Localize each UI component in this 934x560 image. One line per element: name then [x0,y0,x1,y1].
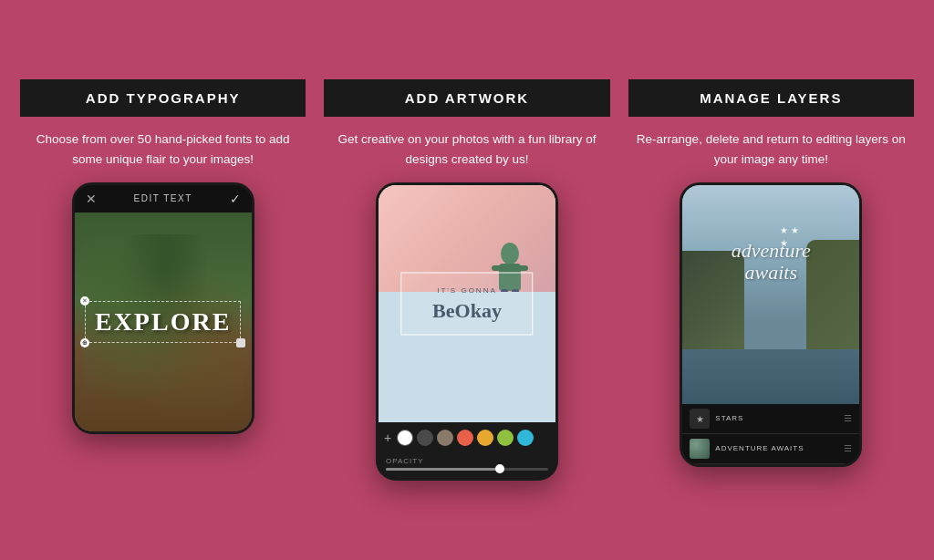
corner-handle-bl: ⊕ [80,338,89,347]
layers-column: MANAGE LAYERS Re-arrange, delete and ret… [628,79,914,466]
color-swatch-brown[interactable] [437,430,453,446]
layer-icon-stars: ★ [690,409,710,429]
color-swatch-green[interactable] [497,430,514,446]
text-selection-box: ✕ ⊕ EXPLORE [85,301,241,343]
layer-item-adventure[interactable]: ADVENTURE AWAITS ☰ [682,434,859,464]
phone-typography: ✕ EDIT TEXT ✓ ✕ ⊕ EXPLORE [72,182,254,434]
typography-column: ADD TYPOGRAPHY Choose from over 50 hand-… [20,79,306,433]
layers-description: Re-arrange, delete and return to editing… [628,130,914,169]
artwork-small-text: IT'S GONNA [416,285,518,294]
color-swatch-dark[interactable] [417,430,433,446]
layers-title: MANAGE LAYERS [628,79,914,117]
layer-menu-icon-adventure[interactable]: ☰ [844,443,852,453]
layer-info-adventure: ADVENTURE AWAITS [715,444,838,452]
adventure-word1: adventure [700,240,842,262]
layer-name-adventure: ADVENTURE AWAITS [715,444,838,452]
artwork-image: IT'S GONNA BeOkay [379,185,555,422]
color-bar: + [379,422,555,453]
artwork-card: IT'S GONNA BeOkay [400,272,534,335]
layers-image: ★ ★★ adventure awaits [682,185,859,404]
color-swatch-blue[interactable] [517,430,534,446]
adventure-text-overlay: adventure awaits [700,240,842,284]
add-color-icon[interactable]: + [384,430,391,445]
svg-text:★: ★ [696,414,704,424]
corner-handle-br [236,338,245,347]
artwork-main-text: BeOkay [416,296,518,321]
opacity-slider[interactable] [386,468,548,471]
color-swatch-red[interactable] [457,430,473,446]
main-container: ADD TYPOGRAPHY Choose from over 50 hand-… [20,79,914,480]
phone-layers: ★ ★★ adventure awaits ★ STARS [680,182,862,467]
opacity-bar: OPACITY [379,453,555,478]
edit-text-label: EDIT TEXT [134,193,192,203]
svg-rect-3 [517,265,528,271]
color-swatch-yellow[interactable] [477,430,493,446]
typography-title: ADD TYPOGRAPHY [20,79,306,117]
explore-text: EXPLORE [95,307,231,336]
artwork-column: ADD ARTWORK Get creative on your photos … [324,79,609,480]
color-swatch-white[interactable] [397,430,413,446]
layer-info-stars: STARS [715,414,838,422]
opacity-thumb[interactable] [495,464,504,473]
svg-point-0 [501,243,519,264]
phone-artwork: IT'S GONNA BeOkay + OPACITY [376,182,558,481]
layer-item-stars[interactable]: ★ STARS ☰ [682,404,859,434]
layer-thumbnail-adventure [690,439,710,459]
opacity-fill [386,468,500,471]
confirm-icon: ✓ [230,192,241,206]
close-icon: ✕ [86,192,97,206]
artwork-title: ADD ARTWORK [324,79,609,117]
water-background [682,349,859,404]
phone-topbar: ✕ EDIT TEXT ✓ [75,185,252,213]
svg-rect-2 [492,265,503,271]
adventure-word2: awaits [700,262,842,284]
layer-menu-icon-stars[interactable]: ☰ [844,413,852,423]
typography-description: Choose from over 50 hand-picked fonts to… [20,130,306,169]
artwork-description: Get creative on your photos with a fun l… [324,130,609,169]
layer-name-stars: STARS [715,414,838,422]
layer-list: ★ STARS ☰ ADVENTURE AWAITS ☰ [682,404,859,464]
layer-icon-adventure [690,439,710,459]
corner-handle-tl: ✕ [80,296,89,306]
typography-image: ✕ ⊕ EXPLORE [75,213,252,431]
opacity-label: OPACITY [386,457,548,465]
